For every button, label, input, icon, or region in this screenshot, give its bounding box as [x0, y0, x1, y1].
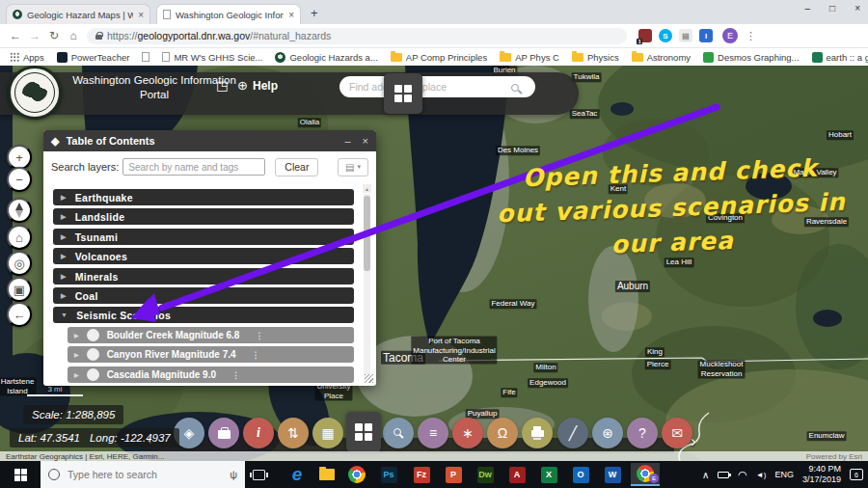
bookmark-item[interactable]: AP Comp Principles: [391, 52, 487, 63]
row-menu-icon[interactable]: ⋮: [252, 350, 260, 360]
bookmark-item[interactable]: Astronomy: [632, 52, 691, 63]
data-download-button[interactable]: [208, 418, 239, 448]
measure-button[interactable]: ╱: [557, 418, 588, 448]
draw-button[interactable]: ⊛: [592, 418, 623, 448]
filezilla-icon[interactable]: Fz: [410, 463, 433, 486]
bookmark-item[interactable]: [142, 52, 149, 62]
toolbar-grid-toggle[interactable]: [384, 73, 422, 114]
dreamweaver-icon[interactable]: Dw: [474, 463, 497, 486]
legend-button[interactable]: ≡: [418, 418, 448, 448]
acrobat-icon[interactable]: A: [505, 463, 529, 486]
chrome-active-icon[interactable]: E: [631, 463, 660, 486]
skype-extension-icon[interactable]: S: [659, 29, 672, 42]
taskbar-search[interactable]: ψ: [41, 461, 245, 488]
file-explorer-icon[interactable]: [315, 463, 339, 486]
notification-center-icon[interactable]: 6: [850, 469, 863, 480]
browser-tab[interactable]: Washington Geologic Informatio×: [156, 4, 301, 24]
sketch-tool-icon[interactable]: ◳: [216, 78, 228, 93]
notes-extension-icon[interactable]: ▤: [679, 29, 692, 42]
bookmark-item[interactable]: Desmos Graphing...: [703, 52, 799, 63]
bookmark-item[interactable]: Physics: [572, 52, 619, 63]
layer-row-earthquake[interactable]: ▶Earthquake: [53, 189, 354, 205]
language-indicator[interactable]: ENG: [774, 470, 794, 479]
home-icon[interactable]: ⌂: [64, 29, 83, 42]
contact-button[interactable]: ✉: [662, 418, 692, 448]
layer-row-landslide[interactable]: ▶Landslide: [53, 208, 354, 225]
close-button[interactable]: ×: [854, 3, 860, 14]
bookmark-item[interactable]: earth :: a global ma...: [812, 52, 868, 63]
zoom-out-button[interactable]: −: [7, 167, 32, 192]
layer-toggle[interactable]: [87, 368, 99, 381]
browser-tab[interactable]: Geologic Hazard Maps | WA - D×: [6, 4, 150, 24]
search-icon[interactable]: [511, 81, 522, 98]
layer-row-coal[interactable]: ▶Coal: [53, 287, 354, 304]
wifi-icon[interactable]: ◠: [738, 472, 747, 477]
clear-button[interactable]: Clear: [275, 158, 318, 176]
taskbar-clock[interactable]: 9:40 PM 3/17/2019: [802, 464, 841, 486]
forward-icon[interactable]: →: [25, 29, 44, 42]
bookmark-item[interactable]: MR W's GHHS Scie...: [162, 52, 262, 63]
excel-icon[interactable]: X: [537, 463, 560, 486]
toolbar-grid-button[interactable]: [346, 412, 381, 452]
minimize-button[interactable]: –: [805, 3, 811, 14]
layer-search-input[interactable]: [122, 158, 265, 176]
special-layers-button[interactable]: ∗: [452, 418, 483, 448]
shield-extension-icon[interactable]: 1: [638, 29, 652, 42]
layer-toggle[interactable]: [87, 329, 99, 341]
toc-resize-handle[interactable]: [365, 374, 373, 383]
task-view-icon[interactable]: [247, 463, 270, 486]
bookmark-item[interactable]: PowerTeacher: [57, 52, 130, 63]
back-extent-button[interactable]: ←: [7, 302, 32, 327]
chevron-right-icon[interactable]: ▶: [74, 332, 79, 339]
toc-scrollbar-thumb[interactable]: [364, 196, 370, 271]
map-canvas[interactable]: BurienTukwilaSeaTacDes MoinesHobartMaple…: [0, 66, 868, 461]
speaker-icon[interactable]: ◄): [756, 471, 767, 479]
profile-avatar[interactable]: E: [722, 28, 738, 43]
scroll-up-icon[interactable]: ▲: [363, 184, 371, 193]
basemap-icon[interactable]: ⊕: [237, 78, 248, 93]
taskbar-search-input[interactable]: [68, 469, 203, 480]
toc-minimize-button[interactable]: –: [344, 135, 350, 147]
layer-row-minerals[interactable]: ▶Minerals: [53, 268, 354, 285]
chevron-right-icon[interactable]: ▶: [61, 292, 67, 300]
back-icon[interactable]: ←: [6, 29, 25, 42]
toc-close-button[interactable]: ×: [363, 135, 368, 147]
bookmark-item[interactable]: Apps: [10, 52, 44, 63]
info-button[interactable]: i: [243, 418, 274, 448]
row-menu-icon[interactable]: ⋮: [255, 331, 263, 340]
battery-icon[interactable]: [718, 472, 729, 478]
locate-button[interactable]: ◎: [7, 251, 32, 276]
bookmark-item[interactable]: Geologic Hazards a...: [275, 52, 377, 63]
address-bar[interactable]: https://geologyportal.dnr.wa.gov/#natura…: [87, 28, 627, 44]
home-button[interactable]: ⌂: [7, 225, 32, 250]
chevron-right-icon[interactable]: ▶: [61, 273, 67, 281]
microphone-icon[interactable]: ψ: [230, 469, 237, 480]
identify-button[interactable]: [383, 418, 414, 448]
chevron-right-icon[interactable]: ▶: [74, 371, 79, 378]
compass-button[interactable]: [7, 198, 32, 223]
tray-chevron-icon[interactable]: ∧: [702, 470, 709, 480]
layer-row-volcanoes[interactable]: ▶Volcanoes: [53, 248, 354, 264]
insert-extension-icon[interactable]: I: [699, 29, 713, 42]
scenario-row[interactable]: ▶Cascadia Magnitude 9.0⋮: [68, 366, 354, 383]
new-tab-button[interactable]: +: [311, 7, 318, 19]
photoshop-icon[interactable]: Ps: [377, 463, 400, 486]
start-button[interactable]: [0, 461, 41, 488]
chevron-right-icon[interactable]: ▶: [74, 351, 79, 358]
tab-close-icon[interactable]: ×: [288, 10, 294, 20]
chevron-down-icon[interactable]: ▼: [61, 312, 68, 318]
tab-close-icon[interactable]: ×: [138, 10, 144, 20]
zoom-box-button[interactable]: ▣: [7, 277, 32, 302]
find-address-input[interactable]: [339, 76, 535, 97]
outlook-icon[interactable]: O: [569, 463, 592, 486]
toc-header[interactable]: ◈ Table of Contents – ×: [43, 130, 376, 151]
row-menu-icon[interactable]: ⋮: [231, 370, 240, 380]
help-button[interactable]: ?: [627, 418, 658, 448]
help-link[interactable]: Help: [253, 79, 278, 93]
browser-menu-icon[interactable]: ⋮: [746, 30, 756, 42]
powerpoint-icon[interactable]: P: [442, 463, 465, 486]
print-button[interactable]: [522, 418, 553, 448]
word-icon[interactable]: W: [601, 463, 624, 486]
chevron-right-icon[interactable]: ▶: [61, 194, 67, 202]
scenario-row[interactable]: ▶Canyon River Magnitude 7.4⋮: [68, 346, 354, 363]
